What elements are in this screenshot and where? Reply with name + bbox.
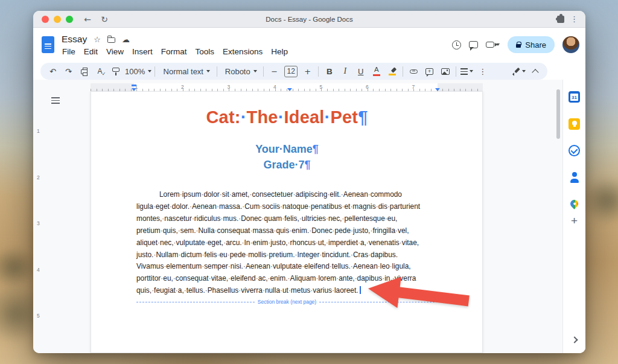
lock-icon [516,44,521,48]
menu-help[interactable]: Help [267,46,292,57]
menu-extensions[interactable]: Extensions [218,46,267,57]
paint-format-button[interactable] [108,64,123,78]
ruler-number: 5 [37,313,40,319]
add-comment-button[interactable]: + [422,64,437,78]
divider [217,66,217,77]
maps-app-button[interactable] [567,196,582,211]
contacts-icon [569,171,580,183]
spell-check-button[interactable]: A✓ [92,64,107,78]
print-button[interactable] [77,64,92,78]
body-line[interactable]: Vivamus·elementum·semper·nisi.·Aenean·vu… [136,261,438,273]
reload-button[interactable]: ↻ [97,13,112,26]
align-button[interactable] [459,64,474,78]
menu-format[interactable]: Format [157,46,191,57]
grade-text[interactable]: Grade·7 [263,159,304,171]
menu-edit[interactable]: Edit [80,46,102,57]
highlight-color-button[interactable] [384,64,400,78]
minimize-button[interactable] [54,16,61,23]
body-line[interactable]: ligula·eget·dolor.·Aenean·massa.·Cum·soc… [136,201,438,213]
ruler-number: 5 [320,84,323,90]
paragraph-style-select[interactable]: Normal text [158,64,214,78]
paragraph-mark: ¶ [305,159,311,171]
ruler-number: 3 [228,84,231,90]
insert-image-button[interactable] [438,64,453,78]
body-line[interactable]: quis,·feugiat·a,·tellus.·Phasellus·viver… [136,285,438,297]
cloud-status-icon[interactable]: ☁ [122,35,130,44]
body-line[interactable]: porttitor·eu,·consequat·vitae,·eleifend·… [136,273,438,285]
horizontal-ruler[interactable]: 1234567 [91,83,483,91]
decrease-font-size-button[interactable]: − [267,64,282,78]
version-history-icon[interactable] [452,40,461,49]
comment-plus-icon: + [425,68,433,75]
text-color-button[interactable]: A [369,64,384,78]
byline-text[interactable]: Your·Name [255,143,313,155]
grade-line[interactable]: Grade·7¶ [136,157,438,173]
hide-side-panel-button[interactable] [567,332,582,348]
vertical-scrollbar[interactable] [556,89,560,139]
italic-button[interactable]: I [337,64,352,78]
extensions-icon[interactable] [557,16,564,23]
ruler-number: 3 [37,220,40,226]
byline-line[interactable]: Your·Name¶ [136,141,438,157]
pen-icon [513,68,520,75]
body-paragraph[interactable]: Lorem·ipsum·dolor·sit·amet,·consectetuer… [136,189,438,297]
menu-tools[interactable]: Tools [191,46,219,57]
body-line[interactable]: aliquet·nec,·vulputate·eget,·arcu.·In·en… [136,237,438,249]
calendar-app-button[interactable]: 31 [567,89,582,104]
back-button[interactable]: ← [80,13,95,26]
body-line[interactable]: pretium·quis,·sem.·Nulla·consequat·massa… [136,225,438,237]
ruler-number: 2 [181,84,184,90]
divider [154,66,155,77]
document-page[interactable]: Cat:·The·Ideal·Pet¶ Your·Name¶ Grade·7¶ … [91,91,483,353]
star-icon[interactable]: ☆ [94,35,101,44]
share-button[interactable]: Share [508,36,555,53]
divider [456,66,456,77]
menu-bar: File Edit View Insert Format Tools Exten… [58,46,292,57]
ruler-number: 2 [37,174,40,180]
contacts-app-button[interactable] [567,169,582,185]
printer-icon [81,69,88,74]
undo-button[interactable]: ↶ [45,64,60,78]
close-button[interactable] [42,16,49,23]
document-title[interactable]: Essay [62,34,87,45]
ruler-number: 4 [273,84,276,90]
body-line[interactable]: justo.·Nullam·dictum·felis·eu·pede·molli… [136,249,438,261]
chevron-down-icon [206,70,210,72]
add-addon-button[interactable]: + [567,213,582,229]
browser-menu-icon[interactable]: ⋮ [570,14,578,24]
side-panel: 31 + [562,80,585,353]
body-line[interactable]: montes,·nascetur·ridiculus·mus.·Donec·qu… [136,213,438,225]
increase-font-size-button[interactable]: + [300,64,315,78]
ruler-number: 1 [37,128,40,134]
window-controls [33,16,78,23]
avatar[interactable] [562,36,579,53]
comments-icon[interactable] [469,41,478,48]
body-line[interactable]: Lorem·ipsum·dolor·sit·amet,·consectetuer… [136,189,438,201]
docs-logo-icon[interactable] [42,36,54,53]
ruler-number: 6 [366,84,369,90]
keep-app-button[interactable] [567,116,582,132]
essay-title-text[interactable]: Cat:·The·Ideal·Pet [206,107,358,127]
outline-icon [51,97,60,104]
zoom-button[interactable] [66,16,73,23]
menu-file[interactable]: File [58,46,80,57]
redo-button[interactable]: ↷ [61,64,76,78]
editing-mode-select[interactable] [512,64,527,78]
font-select[interactable]: Roboto [220,64,260,78]
insert-link-button[interactable] [406,64,421,78]
meet-button[interactable] [486,42,500,48]
hide-menus-button[interactable] [527,64,543,78]
tasks-app-button[interactable] [567,142,582,158]
essay-title-line[interactable]: Cat:·The·Ideal·Pet¶ [136,107,438,127]
menu-view[interactable]: View [102,46,128,57]
font-size-input[interactable]: 12 [284,66,298,77]
more-options-button[interactable]: ⋮ [475,64,490,78]
show-outline-button[interactable] [50,95,61,105]
menu-insert[interactable]: Insert [128,46,157,57]
underline-button[interactable]: U [353,64,368,78]
move-folder-icon[interactable] [107,36,115,43]
bold-button[interactable]: B [322,64,337,78]
indent-marker[interactable] [132,85,136,86]
zoom-select[interactable]: 100% [124,64,151,78]
document-workspace: 1234567 12345 Cat:·The·Ideal·Pet¶ Your·N… [33,80,585,353]
